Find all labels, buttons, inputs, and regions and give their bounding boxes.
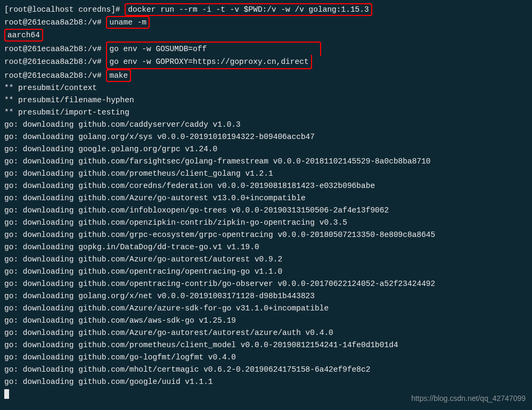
download-line-5: go: downloading github.com/coredns/feder… — [4, 180, 528, 192]
presubmit-line-0: ** presubmit/context — [4, 82, 528, 94]
terminal-line-uname: root@261ecaa8a2b8:/v# uname -m — [4, 16, 528, 29]
command-goenv-highlighted-top: go env -w GOSUMDB=off — [106, 42, 321, 56]
command-docker: docker run --rm -i -t -v $PWD:/v -w /v g… — [128, 5, 369, 14]
download-line-10: go: downloading gopkg.in/DataDog/dd-trac… — [4, 241, 528, 253]
download-line-18: go: downloading github.com/prometheus/cl… — [4, 339, 528, 351]
download-line-21: go: downloading github.com/google/uuid v… — [4, 376, 528, 388]
download-line-14: go: downloading golang.org/x/net v0.0.0-… — [4, 290, 528, 302]
prompt-container-3: root@261ecaa8a2b8:/v# — [4, 58, 102, 66]
command-docker-highlighted: docker run --rm -i -t -v $PWD:/v -w /v g… — [125, 3, 372, 16]
terminal-line-make: root@261ecaa8a2b8:/v# make — [4, 69, 528, 82]
download-line-17: go: downloading github.com/Azure/go-auto… — [4, 327, 528, 339]
download-line-1: go: downloading golang.org/x/sys v0.0.0-… — [4, 131, 528, 143]
download-line-7: go: downloading github.com/infobloxopen/… — [4, 204, 528, 217]
download-line-3: go: downloading github.com/farsightsec/g… — [4, 155, 528, 168]
download-line-9: go: downloading github.com/grpc-ecosyste… — [4, 229, 528, 241]
download-line-16: go: downloading github.com/aws/aws-sdk-g… — [4, 315, 528, 327]
command-goenv2: go env -w GOPROXY=https://goproxy.cn,dir… — [109, 58, 308, 66]
prompt-host: [root@localhost coredns]# — [4, 5, 120, 14]
prompt-container-2: root@261ecaa8a2b8:/v# — [4, 45, 102, 53]
command-goenv-highlighted-bottom: go env -w GOPROXY=https://goproxy.cn,dir… — [106, 55, 312, 69]
download-line-20: go: downloading github.com/mholt/certmag… — [4, 364, 528, 376]
watermark: https://blog.csdn.net/qq_42747099 — [411, 392, 526, 405]
download-line-15: go: downloading github.com/Azure/azure-s… — [4, 302, 528, 315]
prompt-container: root@261ecaa8a2b8:/v# — [4, 18, 102, 27]
download-line-4: go: downloading github.com/prometheus/cl… — [4, 168, 528, 180]
command-make-highlighted: make — [106, 69, 131, 82]
command-uname-highlighted: uname -m — [106, 16, 150, 29]
download-line-2: go: downloading google.golang.org/grpc v… — [4, 143, 528, 155]
output-aarch64: aarch64 — [7, 31, 40, 39]
terminal-line-docker: [root@localhost coredns]# docker run --r… — [4, 3, 528, 16]
download-line-11: go: downloading github.com/Azure/go-auto… — [4, 253, 528, 266]
terminal-line-goenv1: root@261ecaa8a2b8:/v# go env -w GOSUMDB=… — [4, 42, 528, 56]
presubmit-line-2: ** presubmit/import-testing — [4, 106, 528, 119]
command-make: make — [109, 71, 128, 80]
output-aarch64-highlighted: aarch64 — [4, 29, 43, 42]
terminal-line-goenv2: root@261ecaa8a2b8:/v# go env -w GOPROXY=… — [4, 55, 528, 69]
prompt-container-4: root@261ecaa8a2b8:/v# — [4, 71, 102, 80]
download-line-6: go: downloading github.com/Azure/go-auto… — [4, 192, 528, 204]
command-goenv1: go env -w GOSUMDB=off — [109, 45, 207, 53]
command-uname: uname -m — [109, 18, 146, 27]
terminal-cursor — [4, 389, 9, 399]
download-line-13: go: downloading github.com/opentracing-c… — [4, 278, 528, 290]
download-line-12: go: downloading github.com/opentracing/o… — [4, 266, 528, 278]
download-line-19: go: downloading github.com/go-logfmt/log… — [4, 351, 528, 364]
download-line-8: go: downloading github.com/openzipkin-co… — [4, 217, 528, 229]
download-line-0: go: downloading github.com/caddyserver/c… — [4, 119, 528, 131]
presubmit-line-1: ** presubmit/filename-hyphen — [4, 94, 528, 106]
terminal-line-uname-output: aarch64 — [4, 29, 528, 42]
